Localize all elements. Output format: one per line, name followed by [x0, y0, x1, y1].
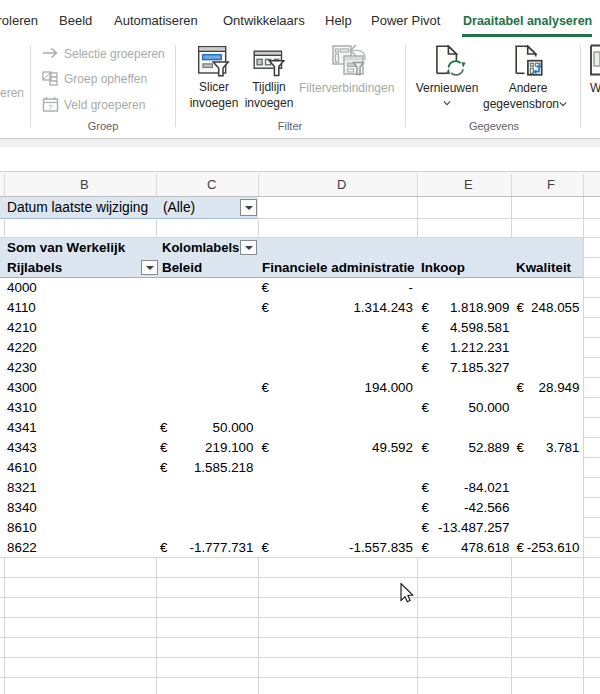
- svg-text:7: 7: [48, 103, 53, 112]
